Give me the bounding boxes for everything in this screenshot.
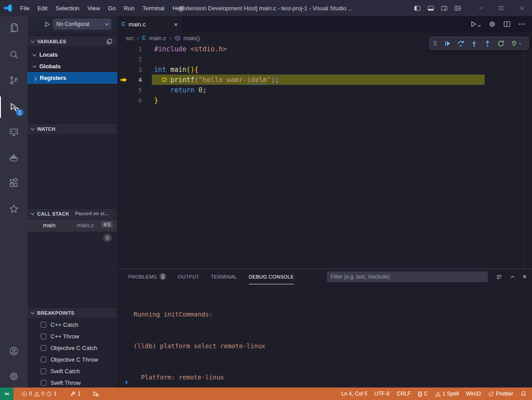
gear-icon[interactable] [489,21,496,28]
breakpoint-row[interactable]: Objective C Throw [28,354,117,364]
console-filter-input[interactable] [327,271,488,282]
continue-icon[interactable] [444,40,451,47]
checkbox[interactable] [41,345,46,351]
drag-handle-icon[interactable] [432,40,438,46]
menu-go[interactable]: Go [104,0,120,16]
debug-configuration-label: No Configurat [56,21,89,27]
cursor-position[interactable]: Ln 4, Col 5 [338,388,371,400]
star-icon[interactable] [0,198,28,220]
scope-locals[interactable]: Locals [28,49,117,60]
token: } [154,96,158,104]
remote-indicator[interactable]: >< [0,388,13,400]
formatter-status[interactable]: Prettier [485,388,517,400]
eol-indicator[interactable]: CRLF [393,388,414,400]
call-stack-section-header[interactable]: CALL STACK Paused on st... [28,208,117,219]
extensions-icon[interactable] [0,172,28,194]
menu-terminal[interactable]: Terminal [138,0,168,16]
scrollbar-gutter[interactable] [524,44,524,269]
token: main [170,66,186,74]
watch-section-header[interactable]: WATCH [28,123,117,134]
customize-layout-icon[interactable] [451,0,464,16]
stack-frame-row[interactable]: main main.c 4:5 [28,220,117,232]
maximize-panel-icon[interactable] [510,274,515,280]
tab-debug-console[interactable]: DEBUG CONSOLE [249,269,294,284]
editor-actions [470,16,532,32]
menu-help[interactable]: Help [168,0,189,16]
checkbox[interactable] [41,368,46,374]
explorer-icon[interactable] [0,17,28,38]
breakpoint-row[interactable]: C++ Throw [28,331,117,341]
toggle-sidebar-icon[interactable] [411,0,424,16]
breakpoint-row[interactable]: Swift Catch [28,366,117,376]
menu-run[interactable]: Run [120,0,138,16]
encoding-indicator[interactable]: UTF-8 [371,388,393,400]
bottom-panel: PROBLEMS 1 OUTPUT TERMINAL DEBUG CONSOLE [117,269,532,388]
language-mode[interactable]: {} C [415,388,431,400]
breadcrumb-symbol[interactable]: main() [184,35,200,42]
token: int [154,66,170,74]
info-icon [46,391,52,397]
close-button[interactable] [511,0,532,16]
code-area[interactable]: 1 #include <stdio.h> 2 3 int main(){ 4 [117,44,532,105]
debug-configuration-select[interactable]: No Configurat [53,19,111,29]
checkbox[interactable] [41,357,46,362]
debug-status-icon[interactable] [89,388,102,400]
breakpoint-row[interactable]: Objective C Catch [28,343,117,353]
menu-edit[interactable]: Edit [34,0,51,16]
running-tasks-status[interactable]: 1 [67,388,84,400]
debug-current-line-arrow-icon[interactable] [117,77,130,83]
token: (){ [186,66,198,74]
account-icon[interactable] [0,340,28,362]
variables-section-header[interactable]: VARIABLES [28,36,117,46]
variables-panel-icon[interactable] [106,38,113,45]
checkbox[interactable] [41,380,46,386]
breakpoint-row[interactable]: C++ Catch [28,320,117,329]
minimize-button[interactable] [470,0,491,16]
run-debug-icon[interactable]: 1 [0,96,28,118]
split-editor-icon[interactable] [503,21,511,28]
breakpoints-section-header[interactable]: BREAKPOINTS [28,307,117,318]
tab-output[interactable]: OUTPUT [178,269,199,284]
start-debug-icon[interactable] [44,21,50,28]
console-input-prompt[interactable]: › [125,378,128,386]
close-tab-icon[interactable]: × [174,21,178,28]
vscode-window: File Edit Selection View Go Run Terminal… [0,0,532,400]
platform-indicator[interactable]: Win32 [462,388,485,400]
console-line: (lldb) platform select remote-linux [134,341,523,352]
breakpoint-row[interactable]: Swift Throw [28,378,117,388]
settings-gear-icon[interactable] [0,366,28,387]
disconnect-icon[interactable] [511,40,522,47]
toggle-secondary-sidebar-icon[interactable] [437,0,451,16]
spell-checker-status[interactable]: 1 Spell [431,388,463,400]
search-icon[interactable] [0,44,28,65]
menu-view[interactable]: View [84,0,104,16]
scope-globals[interactable]: Globals [28,61,117,72]
close-panel-icon[interactable]: × [523,273,527,281]
tab-problems[interactable]: PROBLEMS 1 [128,269,166,284]
docker-icon[interactable] [0,147,28,168]
step-into-icon[interactable] [470,40,478,47]
panel-actions: × [496,269,527,284]
restart-icon[interactable] [497,40,505,47]
scope-registers[interactable]: Registers [28,72,117,83]
toggle-panel-icon[interactable] [424,0,437,16]
menu-file[interactable]: File [16,0,34,16]
more-actions-icon[interactable] [518,21,525,28]
inline-breakpoint-icon[interactable] [162,77,168,83]
console-menu-icon[interactable] [496,274,503,280]
run-or-debug-icon[interactable] [470,21,481,28]
step-out-icon[interactable] [484,40,491,47]
tab-main-c[interactable]: C main.c × [117,16,182,32]
step-over-icon[interactable] [457,40,465,47]
maximize-button[interactable] [491,0,511,16]
remote-explorer-icon[interactable] [0,121,28,143]
tab-terminal[interactable]: TERMINAL [211,269,237,284]
breadcrumb-folder[interactable]: src [126,35,134,42]
checkbox[interactable] [41,333,46,339]
notifications-bell[interactable] [517,388,532,400]
problems-status[interactable]: 0 0 1 [18,388,60,400]
source-control-icon[interactable] [0,70,28,91]
checkbox[interactable] [41,322,46,328]
breadcrumb-file[interactable]: main.c [149,35,166,42]
menu-selection[interactable]: Selection [51,0,83,16]
